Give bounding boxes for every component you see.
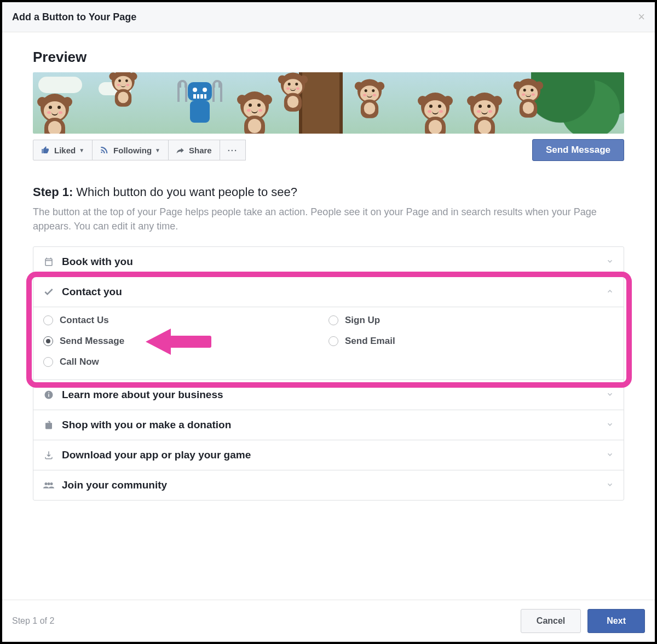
- caret-down-icon: ▼: [155, 147, 160, 153]
- step-description: The button at the top of your Page helps…: [33, 205, 624, 233]
- option-send_email[interactable]: Send Email: [328, 336, 614, 347]
- option-sign_up[interactable]: Sign Up: [328, 315, 614, 326]
- next-button[interactable]: Next: [587, 609, 645, 633]
- category-label: Contact you: [62, 286, 122, 298]
- chevron-down-icon: [606, 257, 614, 267]
- option-call_now[interactable]: Call Now: [43, 357, 328, 367]
- cta-preview-button[interactable]: Send Message: [532, 139, 624, 161]
- chevron-down-icon: [606, 481, 614, 490]
- radio-icon: [43, 357, 53, 367]
- category-label: Join your community: [62, 479, 167, 491]
- category-label: Shop with you or make a donation: [62, 419, 231, 431]
- modal-body: Preview: [2, 32, 655, 600]
- category-book[interactable]: Book with you: [33, 247, 624, 277]
- check-icon: [43, 286, 54, 297]
- svg-point-3: [45, 482, 48, 485]
- chevron-up-icon: [606, 288, 614, 297]
- category-contact-panel: Contact UsSign UpSend MessageSend EmailC…: [33, 307, 624, 380]
- share-button[interactable]: Share: [168, 140, 220, 160]
- chevron-down-icon: [606, 390, 614, 400]
- cancel-button[interactable]: Cancel: [521, 609, 581, 633]
- download-icon: [43, 450, 54, 460]
- option-send_message[interactable]: Send Message: [43, 336, 328, 347]
- svg-rect-1: [48, 394, 49, 397]
- radio-icon: [43, 336, 53, 346]
- preview-heading: Preview: [33, 49, 624, 66]
- category-shop[interactable]: Shop with you or make a donation: [33, 410, 624, 440]
- following-button[interactable]: Following ▼: [92, 140, 169, 160]
- calendar-icon: [43, 257, 54, 267]
- option-contact_us[interactable]: Contact Us: [43, 315, 328, 326]
- liked-label: Liked: [54, 146, 76, 155]
- option-label: Send Email: [345, 336, 395, 347]
- category-label: Learn more about your business: [62, 389, 223, 401]
- add-button-modal: Add a Button to Your Page × Preview: [2, 2, 655, 642]
- modal-title: Add a Button to Your Page: [12, 12, 136, 23]
- radio-icon: [328, 315, 338, 325]
- svg-point-5: [50, 482, 53, 485]
- radio-icon: [43, 315, 53, 325]
- info-icon: [43, 390, 54, 400]
- step-question: Which button do you want people to see?: [76, 185, 297, 199]
- close-icon[interactable]: ×: [638, 10, 645, 24]
- option-label: Sign Up: [345, 315, 380, 326]
- step-indicator: Step 1 of 2: [12, 616, 54, 626]
- bag-icon: [43, 420, 54, 430]
- option-label: Contact Us: [60, 315, 109, 326]
- ellipsis-icon: ···: [228, 146, 238, 155]
- category-download[interactable]: Download your app or play your game: [33, 440, 624, 470]
- option-label: Send Message: [60, 336, 124, 347]
- svg-rect-2: [48, 393, 49, 394]
- monkey-illustration: [36, 94, 74, 134]
- category-contact[interactable]: Contact you: [33, 277, 624, 307]
- step-block: Step 1:Which button do you want people t…: [33, 185, 624, 501]
- share-icon: [176, 146, 185, 154]
- people-icon: [43, 481, 54, 489]
- category-learn[interactable]: Learn more about your business: [33, 380, 624, 410]
- page-action-buttons: Liked ▼ Following ▼ Share: [33, 140, 246, 160]
- category-community[interactable]: Join your community: [33, 470, 624, 500]
- chevron-down-icon: [606, 451, 614, 460]
- preview-action-row: Liked ▼ Following ▼ Share: [33, 139, 624, 161]
- following-label: Following: [113, 146, 152, 155]
- modal-header: Add a Button to Your Page ×: [2, 2, 655, 32]
- option-label: Call Now: [60, 357, 99, 367]
- caret-down-icon: ▼: [79, 147, 84, 153]
- category-list: Book with youContact youContact UsSign U…: [33, 246, 624, 501]
- step-prefix: Step 1:: [33, 185, 73, 199]
- thumb-up-icon: [41, 146, 50, 154]
- liked-button[interactable]: Liked ▼: [33, 140, 93, 160]
- category-label: Book with you: [62, 256, 133, 268]
- share-label: Share: [189, 146, 212, 155]
- radio-icon: [328, 336, 338, 346]
- step-title: Step 1:Which button do you want people t…: [33, 185, 624, 199]
- category-label: Download your app or play your game: [62, 449, 251, 461]
- cover-preview: [33, 72, 624, 134]
- rss-icon: [100, 146, 109, 154]
- svg-point-4: [48, 482, 50, 485]
- more-button[interactable]: ···: [220, 140, 246, 160]
- chevron-down-icon: [606, 421, 614, 430]
- modal-footer: Step 1 of 2 Cancel Next: [2, 600, 655, 642]
- robot-illustration: [181, 74, 219, 129]
